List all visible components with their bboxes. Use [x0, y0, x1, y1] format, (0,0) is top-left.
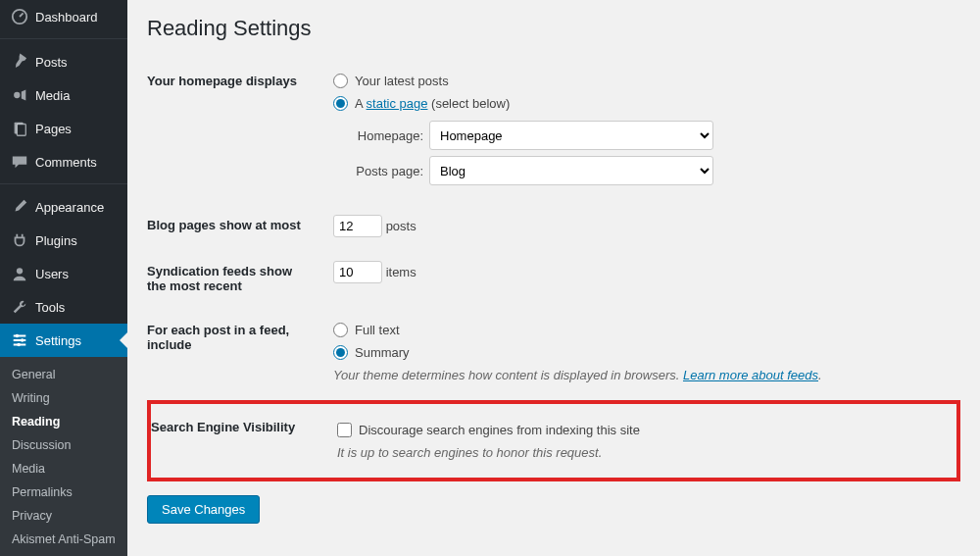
- sidebar-item-settings[interactable]: Settings: [0, 324, 127, 357]
- sidebar-item-plugins[interactable]: Plugins: [0, 224, 127, 257]
- feedpost-label: For each post in a feed, include: [147, 308, 323, 394]
- sidebar-item-label: Tools: [35, 300, 65, 315]
- svg-point-1: [14, 92, 20, 98]
- svg-point-4: [17, 268, 23, 274]
- sidebar-item-tools[interactable]: Tools: [0, 290, 127, 324]
- subitem-privacy[interactable]: Privacy: [0, 504, 127, 528]
- sidebar-item-media[interactable]: Media: [0, 78, 127, 112]
- svg-point-6: [21, 338, 24, 342]
- comment-icon: [10, 152, 29, 172]
- subitem-discussion[interactable]: Discussion: [0, 433, 127, 457]
- sidebar-item-label: Pages: [35, 122, 72, 136]
- posts-page-select[interactable]: Blog: [429, 156, 713, 185]
- dashboard-icon: [10, 7, 29, 26]
- posts-page-select-label: Posts page:: [343, 164, 423, 178]
- subitem-reading[interactable]: Reading: [0, 410, 127, 433]
- sidebar-item-label: Appearance: [35, 200, 104, 215]
- sidebar-item-users[interactable]: Users: [0, 257, 127, 290]
- plug-icon: [10, 230, 29, 250]
- sidebar-item-label: Media: [35, 88, 70, 103]
- radio-summary[interactable]: [333, 345, 348, 360]
- visibility-label: Search Engine Visibility: [151, 412, 327, 464]
- user-icon: [10, 264, 29, 283]
- pin-icon: [10, 52, 29, 72]
- save-changes-button[interactable]: Save Changes: [147, 495, 260, 524]
- svg-point-5: [16, 334, 20, 338]
- sidebar-item-label: Users: [35, 267, 69, 281]
- sidebar-item-label: Dashboard: [35, 10, 98, 25]
- sidebar-item-posts[interactable]: Posts: [0, 45, 127, 78]
- radio-latest-posts[interactable]: [333, 74, 348, 88]
- subitem-media[interactable]: Media: [0, 457, 127, 480]
- svg-rect-3: [17, 125, 25, 136]
- homepage-select[interactable]: Homepage: [429, 121, 713, 150]
- search-visibility-highlight: Search Engine Visibility Discourage sear…: [147, 400, 960, 481]
- subitem-akismet[interactable]: Akismet Anti-Spam: [0, 528, 127, 551]
- learn-more-feeds-link[interactable]: Learn more about feeds: [683, 368, 818, 382]
- wrench-icon: [10, 297, 29, 317]
- visibility-note: It is up to search engines to honor this…: [337, 445, 947, 460]
- sidebar-item-label: Settings: [35, 333, 81, 348]
- radio-full-text-label: Full text: [355, 323, 400, 337]
- page-title: Reading Settings: [147, 16, 960, 41]
- radio-summary-label: Summary: [355, 345, 410, 360]
- discourage-checkbox-label: Discourage search engines from indexing …: [359, 423, 640, 437]
- static-page-link[interactable]: static page: [367, 96, 428, 111]
- syndication-label: Syndication feeds show the most recent: [147, 249, 323, 308]
- sidebar-item-label: Posts: [35, 55, 68, 70]
- subitem-writing[interactable]: Writing: [0, 386, 127, 410]
- syndication-input[interactable]: [333, 261, 382, 283]
- sidebar-item-comments[interactable]: Comments: [0, 145, 127, 178]
- subitem-permalinks[interactable]: Permalinks: [0, 480, 127, 504]
- sliders-icon: [10, 330, 29, 350]
- feedpost-note: Your theme determines how content is dis…: [333, 368, 951, 382]
- media-icon: [10, 85, 29, 105]
- syndication-unit: items: [386, 265, 416, 279]
- sidebar-item-label: Comments: [35, 155, 97, 170]
- sidebar-item-label: Plugins: [35, 233, 77, 248]
- content-area: Reading Settings Your homepage displays …: [127, 0, 980, 556]
- homepage-select-label: Homepage:: [343, 128, 423, 143]
- radio-full-text[interactable]: [333, 323, 348, 337]
- settings-submenu: General Writing Reading Discussion Media…: [0, 357, 127, 556]
- radio-static-page[interactable]: [333, 96, 348, 111]
- admin-sidebar: Dashboard Posts Media Pages Comments App…: [0, 0, 127, 556]
- blog-pages-input[interactable]: [333, 215, 382, 237]
- discourage-checkbox[interactable]: [337, 423, 352, 437]
- sidebar-item-dashboard[interactable]: Dashboard: [0, 0, 127, 33]
- subitem-general[interactable]: General: [0, 363, 127, 386]
- brush-icon: [10, 197, 29, 217]
- blog-pages-label: Blog pages show at most: [147, 203, 323, 249]
- homepage-displays-label: Your homepage displays: [147, 59, 323, 203]
- svg-point-7: [17, 343, 21, 347]
- pages-icon: [10, 119, 29, 138]
- blog-pages-unit: posts: [386, 219, 416, 233]
- radio-static-page-label: A static page (select below): [355, 96, 510, 111]
- radio-latest-posts-label: Your latest posts: [355, 74, 449, 88]
- sidebar-item-pages[interactable]: Pages: [0, 112, 127, 145]
- sidebar-item-appearance[interactable]: Appearance: [0, 190, 127, 224]
